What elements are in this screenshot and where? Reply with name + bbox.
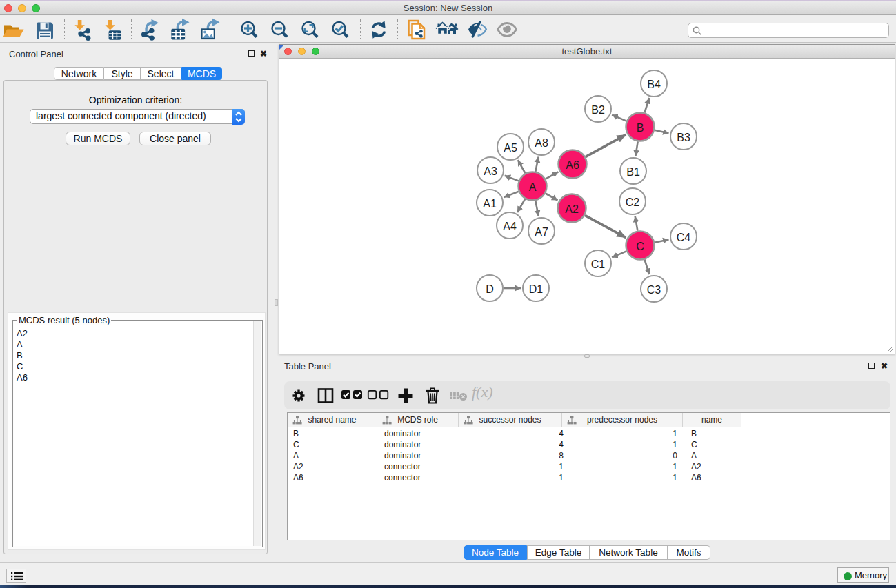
svg-text:A7: A7 bbox=[535, 226, 548, 238]
svg-text:C2: C2 bbox=[626, 196, 640, 208]
svg-text:B1: B1 bbox=[626, 166, 640, 178]
svg-text:A1: A1 bbox=[483, 198, 497, 210]
svg-text:A6: A6 bbox=[566, 159, 579, 171]
svg-text:B2: B2 bbox=[591, 104, 605, 116]
svg-text:D: D bbox=[486, 283, 494, 295]
svg-text:B4: B4 bbox=[647, 79, 661, 90]
svg-text:C4: C4 bbox=[677, 232, 691, 243]
svg-text:A8: A8 bbox=[535, 137, 548, 149]
svg-text:A4: A4 bbox=[503, 221, 517, 232]
svg-text:B: B bbox=[637, 122, 644, 134]
svg-text:A5: A5 bbox=[504, 142, 517, 154]
svg-text:D1: D1 bbox=[529, 283, 544, 295]
svg-text:C1: C1 bbox=[591, 258, 606, 270]
svg-text:C: C bbox=[636, 241, 644, 252]
svg-text:A2: A2 bbox=[565, 203, 579, 215]
svg-text:B3: B3 bbox=[677, 132, 690, 143]
svg-text:A3: A3 bbox=[484, 165, 497, 177]
svg-text:A: A bbox=[529, 181, 537, 193]
svg-text:C3: C3 bbox=[647, 284, 661, 296]
